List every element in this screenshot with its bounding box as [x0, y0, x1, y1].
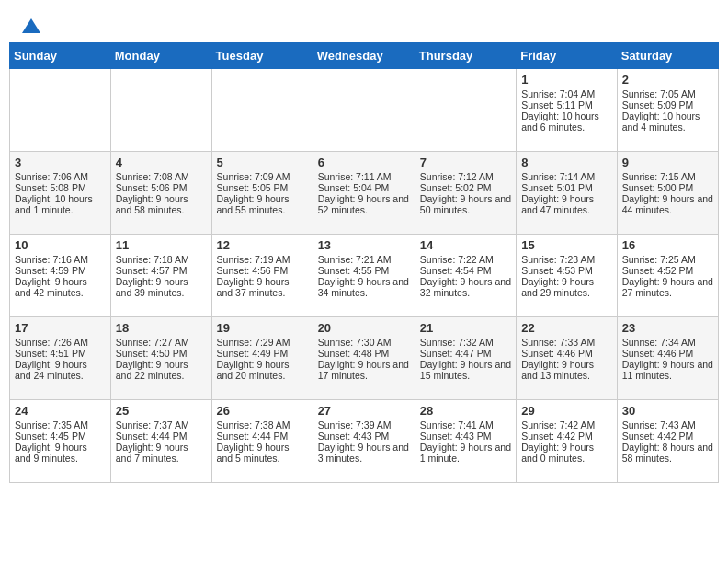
day-info-line: Daylight: 9 hours and 9 minutes.: [15, 442, 106, 464]
day-info-line: Sunset: 5:00 PM: [622, 182, 713, 193]
day-info-line: Sunrise: 7:30 AM: [318, 337, 410, 348]
day-info-line: Sunset: 5:04 PM: [318, 182, 410, 193]
day-info-line: Sunrise: 7:38 AM: [217, 419, 308, 431]
day-info-line: Sunrise: 7:08 AM: [116, 171, 207, 182]
day-info-line: Sunset: 4:55 PM: [318, 265, 410, 276]
day-info-line: Sunset: 4:52 PM: [622, 265, 713, 276]
day-cell: 9Sunrise: 7:15 AMSunset: 5:00 PMDaylight…: [617, 152, 718, 235]
day-header-monday: Monday: [110, 43, 211, 69]
day-cell: 7Sunrise: 7:12 AMSunset: 5:02 PMDaylight…: [415, 152, 516, 235]
day-cell: 20Sunrise: 7:30 AMSunset: 4:48 PMDayligh…: [313, 317, 415, 400]
day-info-line: Daylight: 10 hours and 4 minutes.: [622, 110, 713, 132]
day-number: 29: [521, 404, 612, 418]
day-number: 20: [318, 321, 410, 335]
day-info-line: Sunset: 4:45 PM: [15, 431, 106, 442]
day-info-line: Sunrise: 7:27 AM: [116, 337, 207, 348]
day-info-line: Sunrise: 7:19 AM: [217, 254, 308, 265]
day-number: 12: [217, 238, 308, 252]
day-number: 27: [318, 404, 410, 418]
day-number: 19: [217, 321, 308, 335]
day-info-line: Sunset: 4:51 PM: [15, 348, 106, 359]
calendar: SundayMondayTuesdayWednesdayThursdayFrid…: [0, 42, 728, 492]
day-cell: 14Sunrise: 7:22 AMSunset: 4:54 PMDayligh…: [415, 235, 516, 317]
day-cell: 23Sunrise: 7:34 AMSunset: 4:46 PMDayligh…: [617, 317, 718, 400]
day-info-line: Sunset: 5:09 PM: [622, 99, 713, 110]
day-cell: 17Sunrise: 7:26 AMSunset: 4:51 PMDayligh…: [10, 317, 111, 400]
day-info-line: Sunset: 4:50 PM: [116, 348, 207, 359]
day-info-line: Sunrise: 7:39 AM: [318, 419, 410, 431]
day-cell: 12Sunrise: 7:19 AMSunset: 4:56 PMDayligh…: [211, 235, 313, 317]
day-info-line: Sunrise: 7:43 AM: [622, 419, 713, 431]
svg-marker-0: [22, 18, 40, 33]
day-number: 21: [420, 321, 511, 335]
day-info-line: Sunset: 4:44 PM: [116, 431, 207, 442]
day-number: 26: [217, 404, 308, 418]
day-info-line: Sunrise: 7:15 AM: [622, 171, 713, 182]
day-info-line: Sunrise: 7:29 AM: [217, 337, 308, 348]
day-info-line: Sunrise: 7:04 AM: [521, 88, 612, 99]
page-header: [0, 0, 728, 42]
day-info-line: Sunrise: 7:41 AM: [420, 419, 511, 431]
day-info-line: Sunrise: 7:12 AM: [420, 171, 511, 182]
day-info-line: Daylight: 9 hours and 15 minutes.: [420, 359, 511, 381]
day-info-line: Sunrise: 7:21 AM: [318, 254, 410, 265]
day-cell: 28Sunrise: 7:41 AMSunset: 4:43 PMDayligh…: [415, 400, 516, 483]
day-cell: 1Sunrise: 7:04 AMSunset: 5:11 PMDaylight…: [517, 69, 618, 152]
day-info-line: Daylight: 10 hours and 1 minute.: [15, 193, 106, 215]
day-number: 30: [622, 404, 713, 418]
day-info-line: Sunrise: 7:34 AM: [622, 337, 713, 348]
day-info-line: Daylight: 9 hours and 37 minutes.: [217, 276, 308, 298]
day-info-line: Sunrise: 7:06 AM: [15, 171, 106, 182]
day-info-line: Sunset: 5:05 PM: [217, 182, 308, 193]
day-cell: 15Sunrise: 7:23 AMSunset: 4:53 PMDayligh…: [517, 235, 618, 317]
day-info-line: Sunset: 4:49 PM: [217, 348, 308, 359]
day-cell: 10Sunrise: 7:16 AMSunset: 4:59 PMDayligh…: [10, 235, 111, 317]
week-row-1: 1Sunrise: 7:04 AMSunset: 5:11 PMDaylight…: [10, 69, 719, 152]
day-header-wednesday: Wednesday: [313, 43, 415, 69]
day-cell: 22Sunrise: 7:33 AMSunset: 4:46 PMDayligh…: [517, 317, 618, 400]
header-row: SundayMondayTuesdayWednesdayThursdayFrid…: [10, 43, 719, 69]
day-info-line: Sunset: 5:08 PM: [15, 182, 106, 193]
day-info-line: Daylight: 9 hours and 24 minutes.: [15, 359, 106, 381]
day-info-line: Sunrise: 7:05 AM: [622, 88, 713, 99]
logo: [18, 17, 42, 33]
day-info-line: Daylight: 9 hours and 50 minutes.: [420, 193, 511, 215]
day-info-line: Sunset: 4:59 PM: [15, 265, 106, 276]
day-cell: 3Sunrise: 7:06 AMSunset: 5:08 PMDaylight…: [10, 152, 111, 235]
day-info-line: Sunset: 5:02 PM: [420, 182, 511, 193]
day-info-line: Daylight: 9 hours and 34 minutes.: [318, 276, 410, 298]
calendar-header: SundayMondayTuesdayWednesdayThursdayFrid…: [10, 43, 719, 69]
day-number: 5: [217, 155, 308, 169]
day-number: 1: [521, 73, 612, 86]
day-cell: 5Sunrise: 7:09 AMSunset: 5:05 PMDaylight…: [211, 152, 313, 235]
day-info-line: Sunset: 4:48 PM: [318, 348, 410, 359]
day-info-line: Sunrise: 7:23 AM: [521, 254, 612, 265]
day-info-line: Sunrise: 7:42 AM: [521, 419, 612, 431]
day-info-line: Daylight: 9 hours and 13 minutes.: [521, 359, 612, 381]
day-info-line: Sunset: 5:06 PM: [116, 182, 207, 193]
day-info-line: Daylight: 8 hours and 58 minutes.: [622, 442, 713, 464]
day-number: 7: [420, 155, 511, 169]
day-number: 24: [15, 404, 106, 418]
day-info-line: Daylight: 9 hours and 47 minutes.: [521, 193, 612, 215]
day-header-friday: Friday: [517, 43, 618, 69]
calendar-body: 1Sunrise: 7:04 AMSunset: 5:11 PMDaylight…: [10, 69, 719, 483]
day-info-line: Sunset: 4:44 PM: [217, 431, 308, 442]
day-cell: 13Sunrise: 7:21 AMSunset: 4:55 PMDayligh…: [313, 235, 415, 317]
day-info-line: Daylight: 9 hours and 3 minutes.: [318, 442, 410, 464]
day-number: 2: [622, 73, 713, 86]
day-info-line: Sunset: 5:01 PM: [521, 182, 612, 193]
day-number: 9: [622, 155, 713, 169]
day-info-line: Sunset: 4:46 PM: [622, 348, 713, 359]
day-info-line: Sunrise: 7:11 AM: [318, 171, 410, 182]
day-number: 14: [420, 238, 511, 252]
day-number: 15: [521, 238, 612, 252]
logo-icon: [20, 17, 42, 39]
day-info-line: Sunrise: 7:32 AM: [420, 337, 511, 348]
day-number: 13: [318, 238, 410, 252]
day-info-line: Sunset: 5:11 PM: [521, 99, 612, 110]
day-info-line: Sunrise: 7:09 AM: [217, 171, 308, 182]
day-info-line: Daylight: 9 hours and 32 minutes.: [420, 276, 511, 298]
day-cell: 21Sunrise: 7:32 AMSunset: 4:47 PMDayligh…: [415, 317, 516, 400]
day-number: 10: [15, 238, 106, 252]
